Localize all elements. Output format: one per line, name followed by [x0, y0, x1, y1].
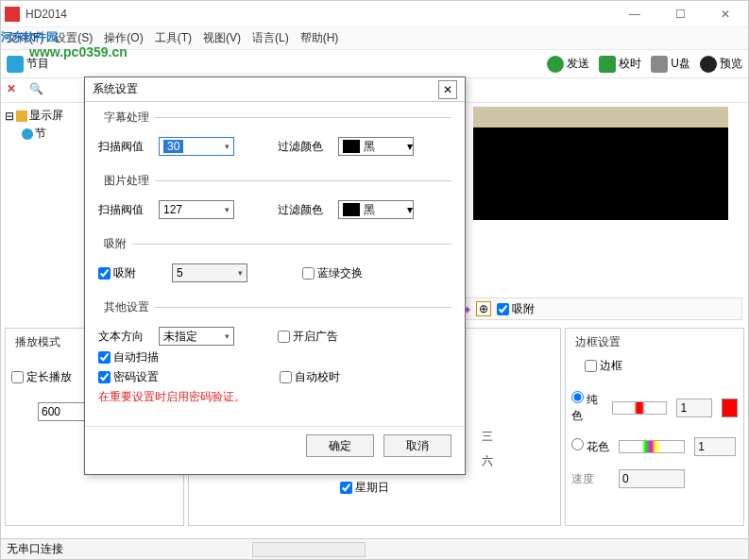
tb-program[interactable]: 节目 — [7, 56, 49, 73]
window-buttons: — ☐ ✕ — [616, 3, 744, 25]
tree-child[interactable]: 节 — [5, 125, 91, 143]
pattern-width[interactable]: 1 — [694, 437, 736, 456]
subtitle-threshold-label: 扫描阀值 — [98, 139, 149, 155]
menu-language[interactable]: 语言(L) — [252, 30, 289, 46]
tb-preview[interactable]: 预览 — [700, 56, 742, 73]
close-button[interactable]: ✕ — [706, 3, 744, 25]
subtitle-filter-label: 过滤颜色 — [278, 139, 329, 155]
weekday-check[interactable]: 星期日 — [340, 481, 389, 494]
delete-icon[interactable]: ✕ — [7, 82, 24, 99]
panel-border: 边框设置 边框 纯色 1 花色 1 速度 0 — [565, 328, 744, 526]
image-threshold-label: 扫描阀值 — [98, 202, 149, 218]
solid-radio[interactable]: 纯色 — [571, 391, 603, 424]
app-title: HD2014 — [26, 8, 616, 21]
ok-button[interactable]: 确定 — [306, 434, 374, 457]
status-text: 无串口连接 — [7, 541, 63, 557]
menubar: 文件(F) 设置(S) 操作(O) 工具(T) 视图(V) 语言(L) 帮助(H… — [1, 27, 748, 50]
image-filter-label: 过滤颜色 — [278, 202, 329, 218]
menu-view[interactable]: 视图(V) — [203, 30, 241, 46]
solid-color-bar[interactable] — [612, 401, 667, 415]
toolbar: 节目 发送 校时 U盘 预览 — [1, 50, 748, 78]
search-icon[interactable]: 🔍 — [29, 82, 46, 99]
border-check[interactable]: 边框 — [585, 359, 622, 372]
led-preview[interactable] — [473, 107, 728, 220]
pattern-radio[interactable]: 花色 — [571, 438, 609, 455]
dialog-system-settings: 系统设置 ✕ 字幕处理 扫描阀值 30▾ 过滤颜色 黑▾ 图片处理 扫描阀值 1… — [84, 76, 466, 475]
textdir-select[interactable]: 未指定▾ — [159, 327, 234, 346]
menu-operate[interactable]: 操作(O) — [104, 30, 143, 46]
snap-value-select[interactable]: 5▾ — [172, 263, 247, 282]
bg-text-1: 三 — [482, 429, 493, 445]
bg-text-2: 六 — [482, 453, 493, 469]
dialog-title: 系统设置 — [93, 81, 438, 97]
autotime-check[interactable]: 自动校时 — [280, 369, 340, 385]
menu-settings[interactable]: 设置(S) — [55, 30, 93, 46]
menu-file[interactable]: 文件(F) — [7, 30, 43, 46]
pwd-check[interactable]: 密码设置 — [98, 369, 159, 385]
solid-color-box[interactable] — [722, 399, 738, 417]
image-threshold-select[interactable]: 127▾ — [159, 200, 234, 219]
autoscan-check[interactable]: 自动扫描 — [98, 349, 159, 365]
dialog-titlebar: 系统设置 ✕ — [85, 77, 465, 102]
ad-check[interactable]: 开启广告 — [278, 329, 338, 345]
tb-usb[interactable]: U盘 — [651, 56, 690, 73]
speed-input[interactable]: 0 — [619, 469, 685, 488]
group-image: 图片处理 扫描阀值 127▾ 过滤颜色 黑▾ — [98, 173, 451, 232]
cancel-button[interactable]: 取消 — [383, 434, 451, 457]
speed-label: 速度 — [571, 471, 609, 487]
solid-width[interactable]: 1 — [676, 399, 712, 417]
dialog-buttons: 确定 取消 — [85, 426, 465, 465]
tb-sync-time[interactable]: 校时 — [599, 56, 641, 73]
pwd-warning: 在重要设置时启用密码验证。 — [98, 389, 451, 405]
snap-check-dlg[interactable]: 吸附 — [98, 265, 136, 281]
window-titlebar: HD2014 — ☐ ✕ — [1, 1, 748, 27]
snap-check[interactable]: 吸附 — [497, 301, 535, 317]
tree-panel: ⊟ 显示屏 节 — [1, 103, 95, 320]
tb-send[interactable]: 发送 — [547, 56, 589, 73]
menu-help[interactable]: 帮助(H) — [300, 30, 339, 46]
dialog-close-icon[interactable]: ✕ — [438, 80, 457, 99]
statusbar: 无串口连接 — [1, 538, 748, 559]
fit-icon[interactable]: ⊕ — [476, 301, 491, 316]
group-snap: 吸附 吸附 5▾ 蓝绿交换 — [98, 236, 451, 296]
tree-root[interactable]: ⊟ 显示屏 — [5, 107, 91, 125]
app-icon — [5, 7, 20, 22]
border-title: 边框设置 — [571, 334, 738, 350]
image-color-select[interactable]: 黑▾ — [338, 200, 414, 219]
pattern-color-bar[interactable] — [619, 440, 685, 453]
fixed-play-check[interactable]: 定长播放 — [11, 370, 72, 383]
maximize-button[interactable]: ☐ — [661, 3, 699, 25]
subtitle-color-select[interactable]: 黑▾ — [338, 137, 414, 156]
group-other: 其他设置 文本方向 未指定▾ 开启广告 自动扫描 密码设置 自动校时 在重要设置… — [98, 299, 451, 415]
menu-tools[interactable]: 工具(T) — [155, 30, 192, 46]
minimize-button[interactable]: — — [616, 3, 654, 25]
status-progress — [252, 542, 366, 557]
swap-check[interactable]: 蓝绿交换 — [302, 265, 363, 281]
textdir-label: 文本方向 — [98, 329, 149, 345]
subtitle-threshold-select[interactable]: 30▾ — [159, 137, 234, 156]
group-subtitle: 字幕处理 扫描阀值 30▾ 过滤颜色 黑▾ — [98, 110, 451, 169]
